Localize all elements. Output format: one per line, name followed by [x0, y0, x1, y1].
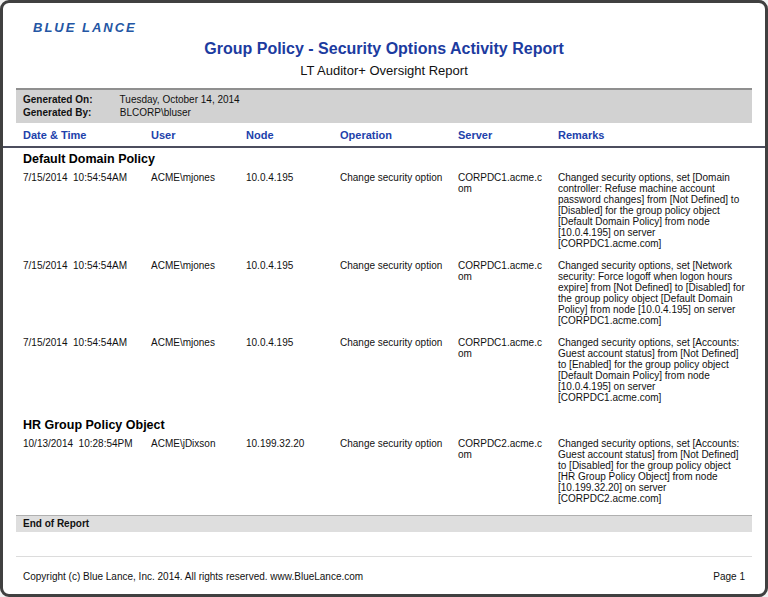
column-header-remarks: Remarks [558, 129, 747, 141]
cell-datetime: 7/15/2014 10:54:54AM [23, 172, 151, 249]
table-row: 7/15/2014 10:54:54AM ACME\mjones 10.0.4.… [3, 260, 765, 326]
cell-operation: Change security option [340, 172, 458, 249]
cell-remarks: Changed security options, set [Network s… [558, 260, 747, 326]
cell-server: CORPDC1.acme.com [458, 260, 558, 326]
cell-operation: Change security option [340, 337, 458, 403]
cell-remarks: Changed security options, set [Domain co… [558, 172, 747, 249]
report-window: BLUE LANCE Group Policy - Security Optio… [0, 0, 768, 597]
cell-node: 10.0.4.195 [246, 337, 340, 403]
generated-on-value: Tuesday, October 14, 2014 [120, 94, 240, 105]
cell-node: 10.0.4.195 [246, 260, 340, 326]
generated-on-label: Generated On: [23, 93, 117, 106]
table-row: 7/15/2014 10:54:54AM ACME\mjones 10.0.4.… [3, 337, 765, 403]
report-footer: Copyright (c) Blue Lance, Inc. 2014. All… [16, 556, 752, 582]
cell-node: 10.199.32.20 [246, 438, 340, 504]
generated-on-row: Generated On: Tuesday, October 14, 2014 [23, 93, 745, 106]
cell-operation: Change security option [340, 260, 458, 326]
end-of-report-bar: End of Report [16, 515, 752, 532]
cell-node: 10.0.4.195 [246, 172, 340, 249]
cell-remarks: Changed security options, set [Accounts:… [558, 438, 747, 504]
cell-operation: Change security option [340, 438, 458, 504]
column-header-user: User [151, 129, 246, 141]
cell-user: ACME\mjones [151, 260, 246, 326]
generated-by-value: BLCORP\bluser [120, 107, 191, 118]
report-title: Group Policy - Security Options Activity… [3, 40, 765, 58]
cell-server: CORPDC1.acme.com [458, 337, 558, 403]
cell-remarks: Changed security options, set [Accounts:… [558, 337, 747, 403]
column-header-node: Node [246, 129, 340, 141]
group-header-default-domain-policy: Default Domain Policy [3, 148, 765, 172]
cell-datetime: 7/15/2014 10:54:54AM [23, 260, 151, 326]
cell-datetime: 10/13/2014 10:28:54PM [23, 438, 151, 504]
table-header-row: Date & Time User Node Operation Server R… [3, 129, 765, 148]
cell-datetime: 7/15/2014 10:54:54AM [23, 337, 151, 403]
copyright-text: Copyright (c) Blue Lance, Inc. 2014. All… [23, 571, 363, 582]
logo-text: BLUE LANCE [33, 20, 137, 35]
cell-user: ACME\mjones [151, 172, 246, 249]
table-row: 10/13/2014 10:28:54PM ACME\jDixson 10.19… [3, 438, 765, 504]
group-header-hr-group-policy-object: HR Group Policy Object [3, 414, 765, 438]
column-header-server: Server [458, 129, 558, 141]
column-header-operation: Operation [340, 129, 458, 141]
page-number: Page 1 [713, 571, 745, 582]
report-subtitle: LT Auditor+ Oversight Report [3, 63, 765, 78]
table-row: 7/15/2014 10:54:54AM ACME\mjones 10.0.4.… [3, 172, 765, 249]
footer-divider [16, 556, 752, 557]
cell-server: CORPDC2.acme.com [458, 438, 558, 504]
cell-user: ACME\mjones [151, 337, 246, 403]
generated-info-box: Generated On: Tuesday, October 14, 2014 … [16, 88, 752, 123]
generated-by-label: Generated By: [23, 106, 117, 119]
cell-user: ACME\jDixson [151, 438, 246, 504]
generated-by-row: Generated By: BLCORP\bluser [23, 106, 745, 119]
cell-server: CORPDC1.acme.com [458, 172, 558, 249]
blue-lance-logo: BLUE LANCE [33, 20, 765, 35]
column-header-date-time: Date & Time [23, 129, 151, 141]
